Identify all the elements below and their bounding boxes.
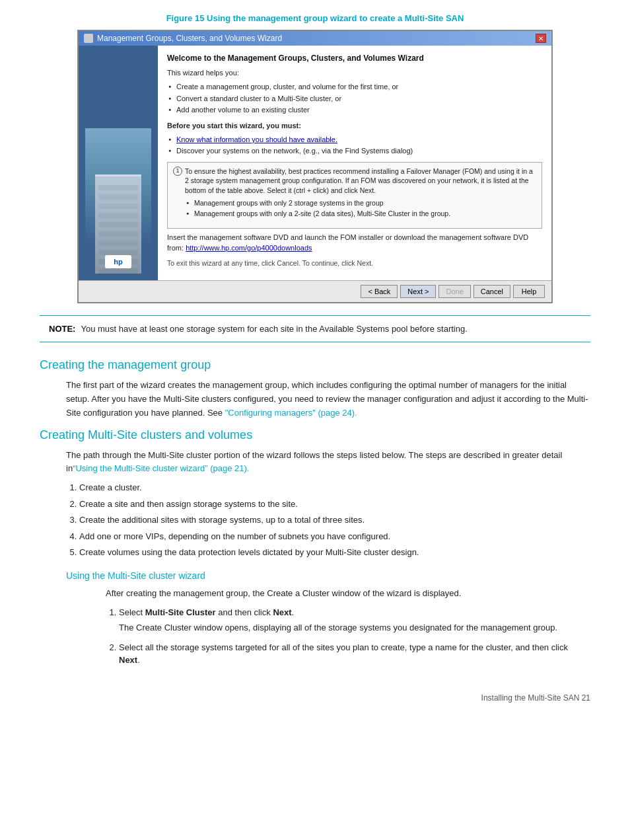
list-item: Know what information you should have av… bbox=[167, 135, 542, 145]
wizard-cancel-button[interactable]: Cancel bbox=[473, 285, 510, 298]
section1-heading: Creating the management group bbox=[40, 356, 590, 372]
wizard-note-box: 1 To ensure the highest availability, be… bbox=[167, 162, 542, 229]
step1-detail: The Create Cluster window opens, display… bbox=[119, 621, 590, 634]
wizard-before-label: Before you start this wizard, you must: bbox=[167, 121, 542, 131]
list-item: Select all the storage systems targeted … bbox=[119, 641, 590, 667]
step2-bold: Next bbox=[119, 655, 137, 665]
list-item: Create a management group, cluster, and … bbox=[167, 82, 542, 92]
list-item: Add another volume to an existing cluste… bbox=[167, 105, 542, 115]
subsection-body: After creating the management group, the… bbox=[106, 587, 590, 667]
list-item: Convert a standard cluster to a Multi-Si… bbox=[167, 94, 542, 104]
hp-logo: hp bbox=[105, 255, 131, 268]
note-number-circle: 1 bbox=[173, 167, 182, 176]
list-item: Select Multi-Site Cluster and then click… bbox=[119, 606, 590, 634]
wizard-titlebar: Management Groups, Clusters, and Volumes… bbox=[79, 31, 551, 46]
wizard-sidebar: hp bbox=[79, 46, 158, 280]
wizard-done-button[interactable]: Done bbox=[438, 285, 470, 298]
wizard-note-subbullets: Management groups with only 2 storage sy… bbox=[185, 198, 536, 219]
wizard-footer-text: To exit this wizard at any time, click C… bbox=[167, 258, 542, 268]
figure-caption: Figure 15 Using the management group wiz… bbox=[40, 13, 590, 23]
section2-link[interactable]: “Using the Multi-Site cluster wizard” (p… bbox=[73, 463, 249, 473]
section1-link[interactable]: "Configuring managers" (page 24). bbox=[225, 408, 357, 418]
wizard-intro-text: This wizard helps you: bbox=[167, 68, 542, 78]
wizard-next-button[interactable]: Next > bbox=[400, 285, 436, 298]
list-item: Create the additional sites with storage… bbox=[79, 514, 590, 527]
wizard-note-text: To ensure the highest availability, best… bbox=[185, 167, 536, 196]
wizard-dvd-link[interactable]: http://www.hp.com/go/p4000downloads bbox=[186, 244, 312, 252]
page-footer-text: Installing the Multi-Site SAN 21 bbox=[481, 693, 590, 703]
step2-text: Select all the storage systems targeted … bbox=[119, 642, 568, 652]
step1-bold1: Multi-Site Cluster bbox=[145, 607, 216, 617]
note-label: NOTE: bbox=[49, 323, 75, 336]
list-item: Create a site and then assign storage sy… bbox=[79, 498, 590, 511]
note-text: You must have at least one storage syste… bbox=[81, 323, 467, 336]
wizard-intro-list: Create a management group, cluster, and … bbox=[167, 82, 542, 115]
section1-body: The first part of the wizard creates the… bbox=[66, 379, 590, 420]
note-box: NOTE: You must have at least one storage… bbox=[40, 315, 590, 343]
list-item: Discover your systems on the network, (e… bbox=[167, 146, 542, 156]
step1-text3: . bbox=[292, 607, 295, 617]
section2-steps-list: Create a cluster. Create a site and then… bbox=[66, 481, 590, 559]
wizard-buttons-bar: < Back Next > Done Cancel Help bbox=[79, 280, 551, 302]
step1-bold2: Next bbox=[273, 607, 291, 617]
list-item: Management groups with only a 2-site (2 … bbox=[185, 209, 536, 219]
list-item: Create volumes using the data protection… bbox=[79, 546, 590, 559]
step1-text2: and then click bbox=[216, 607, 273, 617]
wizard-dialog: Management Groups, Clusters, and Volumes… bbox=[77, 30, 553, 303]
list-item: Management groups with only 2 storage sy… bbox=[185, 198, 536, 208]
subsection-steps-list: Select Multi-Site Cluster and then click… bbox=[106, 606, 590, 667]
page-footer: Installing the Multi-Site SAN 21 bbox=[40, 693, 590, 703]
wizard-close-button[interactable]: ✕ bbox=[536, 34, 546, 43]
wizard-back-button[interactable]: < Back bbox=[361, 285, 398, 298]
subsection-heading: Using the Multi-Site cluster wizard bbox=[66, 568, 590, 583]
step2-text2: . bbox=[137, 655, 140, 665]
section2-heading: Creating Multi-Site clusters and volumes bbox=[40, 426, 590, 442]
wizard-help-button[interactable]: Help bbox=[513, 285, 545, 298]
section2-body: The path through the Multi-Site cluster … bbox=[66, 449, 590, 667]
step1-text: Select bbox=[119, 607, 145, 617]
wizard-title-icon bbox=[84, 34, 93, 43]
list-item: Add one or more VIPs, depending on the n… bbox=[79, 530, 590, 543]
wizard-welcome-heading: Welcome to the Management Groups, Cluste… bbox=[167, 54, 542, 63]
wizard-content: Welcome to the Management Groups, Cluste… bbox=[158, 46, 551, 280]
subsection-intro: After creating the management group, the… bbox=[106, 587, 590, 601]
wizard-dvd-text: Insert the management software DVD and l… bbox=[167, 233, 542, 253]
list-item: Create a cluster. bbox=[79, 481, 590, 494]
wizard-title-text: Management Groups, Clusters, and Volumes… bbox=[97, 34, 282, 43]
wizard-before-list: Know what information you should have av… bbox=[167, 135, 542, 157]
